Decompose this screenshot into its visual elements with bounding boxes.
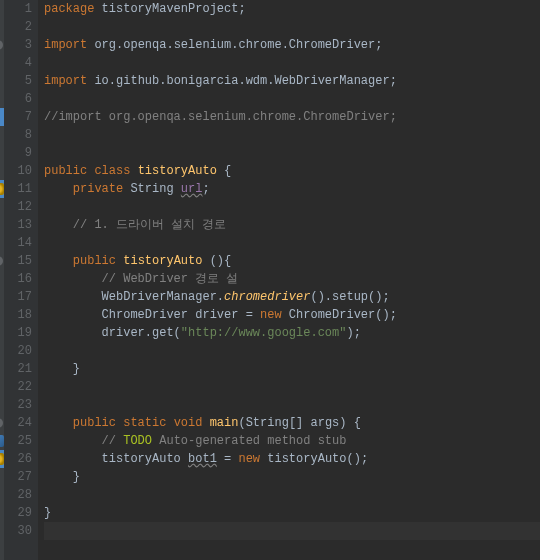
token: import [44,38,94,52]
token: ChromeDriver [102,308,196,322]
token: Auto-generated method stub [152,434,346,448]
token: tistoryAuto(); [267,452,368,466]
code-line[interactable]: // TODO Auto-generated method stub [44,432,540,450]
code-line[interactable] [44,522,540,540]
token: // WebDriver 경로 설 [102,272,239,286]
code-line[interactable] [44,378,540,396]
token: String [130,182,180,196]
line-number: 20 [4,342,38,360]
line-number: 7 [4,108,38,126]
token [44,254,73,268]
code-line[interactable]: import io.github.bonigarcia.wdm.WebDrive… [44,72,540,90]
code-editor[interactable]: 1234567891011121314151617181920212223242… [0,0,540,560]
code-line[interactable]: ChromeDriver driver = new ChromeDriver()… [44,306,540,324]
token: tistoryAuto [123,254,202,268]
token: } [44,470,80,484]
line-number: 11 [4,180,38,198]
task-icon [0,435,4,447]
line-number: 19 [4,324,38,342]
token [44,218,73,232]
token: } [44,506,51,520]
line-number: 30 [4,522,38,540]
code-line[interactable]: public static void main(String[] args) { [44,414,540,432]
token: public class [44,164,138,178]
line-number: 10 [4,162,38,180]
warning-icon [0,183,4,195]
code-line[interactable] [44,54,540,72]
token: tistoryMavenProject; [102,2,246,16]
token [44,290,102,304]
token: ChromeDriver(); [289,308,397,322]
token: = [217,452,239,466]
token: bot1 [188,452,217,466]
line-number: 8 [4,126,38,144]
line-number: 5 [4,72,38,90]
code-line[interactable]: } [44,468,540,486]
code-line[interactable]: package tistoryMavenProject; [44,0,540,18]
token: TODO [123,434,152,448]
code-line[interactable]: //import org.openqa.selenium.chrome.Chro… [44,108,540,126]
token: // [102,434,124,448]
line-number: 22 [4,378,38,396]
token: url [181,182,203,196]
code-line[interactable]: tistoryAuto bot1 = new tistoryAuto(); [44,450,540,468]
line-number: 16 [4,270,38,288]
warning-icon [0,453,4,465]
line-number: 21 [4,360,38,378]
token: tistoryAuto [138,164,217,178]
token: // 1. 드라이버 설치 경로 [73,218,227,232]
token [44,326,102,340]
line-number: 25 [4,432,38,450]
token: main [210,416,239,430]
line-number: 18 [4,306,38,324]
line-number: 24 [4,414,38,432]
line-number: 27 [4,468,38,486]
token: io.github.bonigarcia.wdm.WebDriverManage… [94,74,396,88]
code-line[interactable]: } [44,504,540,522]
code-line[interactable] [44,126,540,144]
code-line[interactable] [44,486,540,504]
code-line[interactable]: } [44,360,540,378]
code-area[interactable]: package tistoryMavenProject;import org.o… [38,0,540,560]
token: public static void [73,416,210,430]
token: args) { [310,416,360,430]
token: driver.get( [102,326,181,340]
code-line[interactable] [44,342,540,360]
token: new [260,308,289,322]
line-number: 17 [4,288,38,306]
token: //import org.openqa.selenium.chrome.Chro… [44,110,397,124]
code-line[interactable]: public tistoryAuto (){ [44,252,540,270]
code-line[interactable] [44,90,540,108]
code-line[interactable]: import org.openqa.selenium.chrome.Chrome… [44,36,540,54]
line-number: 9 [4,144,38,162]
code-line[interactable]: private String url; [44,180,540,198]
line-number: 29 [4,504,38,522]
token [44,416,73,430]
line-number: 6 [4,90,38,108]
code-line[interactable]: public class tistoryAuto { [44,162,540,180]
token: } [44,362,80,376]
code-line[interactable]: // WebDriver 경로 설 [44,270,540,288]
token: [] [289,416,311,430]
token: private [73,182,131,196]
line-number: 28 [4,486,38,504]
line-number: 1 [4,0,38,18]
token: ; [202,182,209,196]
token: org.openqa.selenium.chrome.ChromeDriver; [94,38,382,52]
code-line[interactable] [44,198,540,216]
token: driver = [195,308,260,322]
code-line[interactable]: driver.get("http://www.google.com"); [44,324,540,342]
line-number: 13 [4,216,38,234]
token: WebDriverManager. [102,290,224,304]
code-line[interactable] [44,396,540,414]
line-number-gutter: 1234567891011121314151617181920212223242… [4,0,38,560]
token: (){ [202,254,231,268]
code-line[interactable]: // 1. 드라이버 설치 경로 [44,216,540,234]
token: { [217,164,231,178]
token [44,272,102,286]
code-line[interactable] [44,144,540,162]
token: tistoryAuto [102,452,188,466]
code-line[interactable] [44,18,540,36]
code-line[interactable] [44,234,540,252]
code-line[interactable]: WebDriverManager.chromedriver().setup(); [44,288,540,306]
